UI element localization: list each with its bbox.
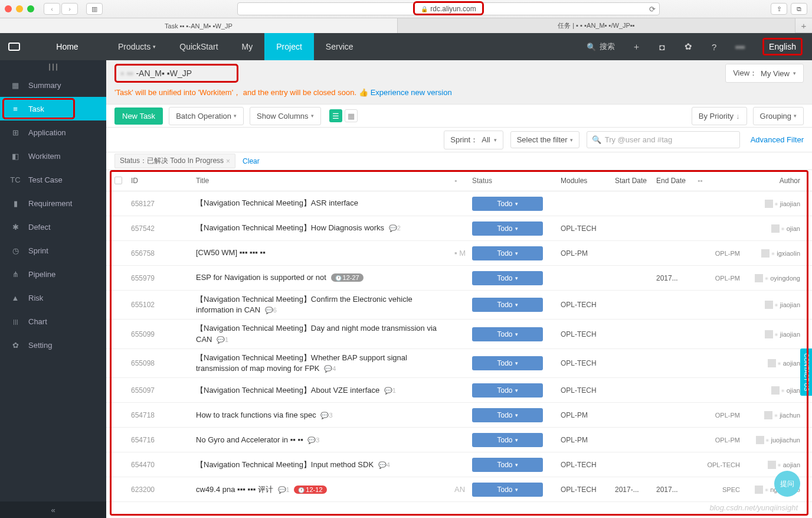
nav-my[interactable]: My [230,33,265,60]
nav-products[interactable]: Products▾ [106,33,168,60]
status-pill[interactable]: Todo▾ [472,408,543,422]
forward-button[interactable]: › [61,3,78,15]
table-row[interactable]: 654718How to track functions via fine sp… [106,403,812,428]
sidebar-item-defect[interactable]: ✱Defect [0,215,106,239]
sidebar-item-test-case[interactable]: TCTest Case [0,168,106,191]
status-pill[interactable]: Todo▾ [472,298,543,312]
table-row[interactable]: 655979ESP for Navigation is supported or… [106,266,812,291]
status-pill[interactable]: Todo▾ [472,197,543,211]
column-id[interactable]: ID [131,177,196,185]
sprint-selector[interactable]: Sprint：All▾ [444,131,503,149]
column-unknown[interactable]: ▪▪ [698,177,740,185]
status-pill[interactable]: Todo▾ [472,383,543,398]
sidebar-item-risk[interactable]: ▲Risk [0,286,106,310]
sidebar-item-application[interactable]: ⊞Application [0,120,106,144]
table-row[interactable]: 655097【Navigation Technical Meeting】Abou… [106,378,812,403]
sidebar-handle-icon[interactable]: ┃┃┃ [0,60,106,73]
sidebar-toggle-button[interactable]: ▥ [86,3,103,15]
table-row[interactable]: 655099【Navigation Technical Meeting】Day … [106,320,812,348]
experience-link[interactable]: Experience new version [371,88,452,97]
avatar[interactable]: ▪▪▪ [727,33,753,60]
sidebar-item-summary[interactable]: ▦Summary [0,73,106,97]
sidebar-item-sprint[interactable]: ◷Sprint [0,239,106,262]
sidebar-item-chart[interactable]: ⫼Chart [0,310,106,333]
table-row[interactable]: 656758[CW50 WM] ▪▪▪ ▪▪▪ ▪▪▪ MTodo▾OPL-PM… [106,241,812,266]
task-title[interactable]: 【Navigation Technical Meeting】Day and ni… [196,324,437,343]
board-view-icon[interactable]: ▦ [345,109,358,122]
sidebar-item-requirement[interactable]: ▮Requirement [0,191,106,215]
column-title[interactable]: Title [196,177,454,185]
search-input[interactable]: 🔍Try @user and #tag [587,131,740,148]
table-row[interactable]: 654716No Gyro and Accelerator in ▪▪ ▪▪ 💬… [106,428,812,452]
inbox-icon[interactable]: ◘ [649,33,675,60]
nav-service[interactable]: Service [314,33,365,60]
sort-by-priority-button[interactable]: By Priority ↓ [692,107,747,125]
contact-us-tab[interactable]: CONTACT US [800,348,812,396]
ask-question-button[interactable]: 提问 [774,471,800,497]
column-modules[interactable]: Modules [561,177,615,185]
table-row[interactable]: 655102【Navigation Technical Meeting】Conf… [106,291,812,320]
nav-project[interactable]: Project [264,33,314,60]
sidebar-collapse-button[interactable]: « [0,501,106,518]
global-search[interactable]: 🔍搜索 [578,41,623,52]
show-columns-button[interactable]: Show Columns▾ [250,107,320,125]
task-title[interactable]: 【Navigation Technical Meeting】Whether BA… [196,353,407,373]
browser-tab[interactable]: Task ▪▪ ▪-AN_M▪ ▪W_JP [0,18,398,33]
status-chip[interactable]: Status：已解决 Todo In Progress × [114,154,235,168]
clear-filters-link[interactable]: Clear [243,157,260,165]
new-tab-button[interactable]: + [795,18,812,33]
chip-remove-icon[interactable]: × [226,157,230,165]
table-row[interactable]: 658127【Navigation Technical Meeting】ASR … [106,191,812,216]
sidebar-item-pipeline[interactable]: ⋔Pipeline [0,262,106,286]
status-pill[interactable]: Todo▾ [472,246,543,260]
view-selector[interactable]: View：My View▾ [725,64,804,83]
task-title[interactable]: 【Navigation Technical Meeting】Input meth… [196,460,374,469]
language-selector[interactable]: English [753,33,812,60]
nav-home[interactable]: Home [28,42,106,51]
status-pill[interactable]: Todo▾ [472,221,543,236]
column-end-date[interactable]: End Date [656,177,698,185]
new-task-button[interactable]: New Task [114,107,163,125]
maximize-window-icon[interactable] [27,5,34,12]
sidebar-item-task[interactable]: ≡Task [0,97,106,120]
table-row[interactable]: 623200cw49.4 pna ▪▪▪ ▪▪▪ 评计 💬1 🕐12-12ANT… [106,477,812,502]
task-title[interactable]: ESP for Navigation is supported or not [196,273,326,282]
status-pill[interactable]: Todo▾ [472,483,543,497]
grouping-button[interactable]: Grouping▾ [753,107,804,125]
share-button[interactable]: ⇪ [771,3,787,15]
gear-icon[interactable]: ✿ [675,33,701,60]
table-row[interactable]: 654470【Navigation Technical Meeting】Inpu… [106,452,812,477]
status-pill[interactable]: Todo▾ [472,327,543,341]
help-icon[interactable]: ? [701,33,727,60]
task-title[interactable]: How to track functions via fine spec [196,411,316,419]
browser-tab[interactable]: 任务 | ▪ ▪ ▪AN_M▪ ▪/W_JP▪▪ [398,18,795,33]
reload-icon[interactable]: ⟳ [649,5,656,14]
back-button[interactable]: ‹ [44,3,60,15]
minimize-window-icon[interactable] [16,5,23,12]
nav-quickstart[interactable]: QuickStart [168,33,230,60]
tabs-button[interactable]: ⧉ [791,3,807,15]
status-pill[interactable]: Todo▾ [472,458,543,472]
project-name[interactable]: ▪ ▪▪-AN_M▪ ▪W_JP [114,64,238,83]
table-row[interactable]: 657542【Navigation Technical Meeting】How … [106,216,812,241]
column-start-date[interactable]: Start Date [615,177,656,185]
status-pill[interactable]: Todo▾ [472,271,543,285]
url-bar[interactable]: 🔒rdc.aliyun.com ⟳ [237,2,660,15]
table-row[interactable]: 655098【Navigation Technical Meeting】Whet… [106,349,812,378]
column-author[interactable]: Author [740,177,804,185]
column-status[interactable]: Status [472,177,561,185]
status-pill[interactable]: Todo▾ [472,433,543,447]
filter-selector[interactable]: Select the filter▾ [510,131,579,148]
logo[interactable] [0,33,28,60]
task-title[interactable]: No Gyro and Accelerator in ▪▪ ▪▪ [196,435,303,444]
close-window-icon[interactable] [5,5,12,12]
sidebar-item-setting[interactable]: ✿Setting [0,333,106,357]
task-title[interactable]: 【Navigation Technical Meeting】About VZE … [196,386,379,395]
list-view-icon[interactable]: ☰ [329,109,342,122]
add-icon[interactable]: ＋ [623,33,649,60]
sidebar-item-workitem[interactable]: ◧Workitem [0,144,106,168]
select-all-checkbox[interactable] [114,177,122,184]
task-title[interactable]: cw49.4 pna ▪▪▪ ▪▪▪ 评计 [196,485,273,494]
advanced-filter-link[interactable]: Advanced Filter [751,135,804,144]
task-title[interactable]: 【Navigation Technical Meeting】ASR interf… [196,198,358,207]
